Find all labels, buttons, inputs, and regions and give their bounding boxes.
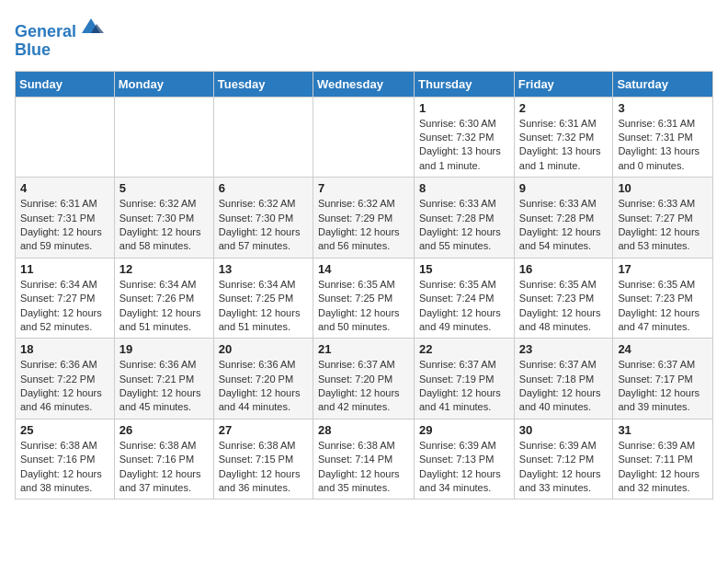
day-number: 24 bbox=[618, 342, 708, 356]
day-number: 18 bbox=[20, 342, 109, 356]
day-info: Sunrise: 6:35 AMSunset: 7:23 PMDaylight:… bbox=[618, 278, 708, 335]
day-header-wednesday: Wednesday bbox=[313, 71, 414, 97]
calendar-cell: 30Sunrise: 6:39 AMSunset: 7:12 PMDayligh… bbox=[514, 419, 613, 500]
day-number: 11 bbox=[20, 262, 109, 276]
day-info: Sunrise: 6:31 AMSunset: 7:31 PMDaylight:… bbox=[618, 117, 708, 174]
day-info: Sunrise: 6:37 AMSunset: 7:20 PMDaylight:… bbox=[318, 358, 409, 415]
calendar-cell: 10Sunrise: 6:33 AMSunset: 7:27 PMDayligh… bbox=[613, 178, 713, 259]
day-header-tuesday: Tuesday bbox=[213, 71, 313, 97]
day-info: Sunrise: 6:33 AMSunset: 7:28 PMDaylight:… bbox=[519, 197, 609, 254]
calendar-cell: 20Sunrise: 6:36 AMSunset: 7:20 PMDayligh… bbox=[213, 339, 313, 419]
day-number: 20 bbox=[219, 342, 308, 356]
calendar-cell: 29Sunrise: 6:39 AMSunset: 7:13 PMDayligh… bbox=[415, 419, 515, 500]
day-info: Sunrise: 6:38 AMSunset: 7:16 PMDaylight:… bbox=[119, 439, 209, 496]
logo: GeneralBlue bbox=[15, 15, 104, 60]
calendar-cell: 24Sunrise: 6:37 AMSunset: 7:17 PMDayligh… bbox=[613, 339, 713, 419]
day-info: Sunrise: 6:33 AMSunset: 7:28 PMDaylight:… bbox=[419, 197, 509, 254]
day-number: 17 bbox=[618, 262, 708, 276]
day-number: 16 bbox=[519, 262, 609, 276]
calendar-cell: 16Sunrise: 6:35 AMSunset: 7:23 PMDayligh… bbox=[514, 258, 613, 339]
day-number: 6 bbox=[219, 181, 308, 195]
day-info: Sunrise: 6:39 AMSunset: 7:11 PMDaylight:… bbox=[618, 439, 708, 496]
day-number: 9 bbox=[519, 181, 609, 195]
day-number: 29 bbox=[419, 423, 509, 437]
day-number: 12 bbox=[119, 262, 209, 276]
calendar-cell: 27Sunrise: 6:38 AMSunset: 7:15 PMDayligh… bbox=[213, 419, 313, 500]
calendar-cell: 1Sunrise: 6:30 AMSunset: 7:32 PMDaylight… bbox=[415, 97, 515, 178]
day-info: Sunrise: 6:36 AMSunset: 7:22 PMDaylight:… bbox=[20, 358, 109, 415]
calendar-cell: 22Sunrise: 6:37 AMSunset: 7:19 PMDayligh… bbox=[415, 339, 515, 419]
calendar-cell bbox=[16, 97, 115, 178]
day-number: 30 bbox=[519, 423, 609, 437]
calendar-cell: 26Sunrise: 6:38 AMSunset: 7:16 PMDayligh… bbox=[114, 419, 213, 500]
day-info: Sunrise: 6:39 AMSunset: 7:13 PMDaylight:… bbox=[419, 439, 509, 496]
calendar-cell: 8Sunrise: 6:33 AMSunset: 7:28 PMDaylight… bbox=[415, 178, 515, 259]
day-number: 10 bbox=[618, 181, 708, 195]
calendar-cell bbox=[313, 97, 414, 178]
day-info: Sunrise: 6:32 AMSunset: 7:30 PMDaylight:… bbox=[219, 197, 308, 254]
day-info: Sunrise: 6:37 AMSunset: 7:19 PMDaylight:… bbox=[419, 358, 509, 415]
calendar-cell: 25Sunrise: 6:38 AMSunset: 7:16 PMDayligh… bbox=[16, 419, 115, 500]
day-number: 23 bbox=[519, 342, 609, 356]
calendar-cell: 31Sunrise: 6:39 AMSunset: 7:11 PMDayligh… bbox=[613, 419, 713, 500]
day-header-monday: Monday bbox=[114, 71, 213, 97]
day-number: 7 bbox=[318, 181, 409, 195]
day-info: Sunrise: 6:31 AMSunset: 7:32 PMDaylight:… bbox=[519, 117, 609, 174]
logo-icon bbox=[78, 15, 104, 37]
day-number: 31 bbox=[618, 423, 708, 437]
calendar-table: SundayMondayTuesdayWednesdayThursdayFrid… bbox=[15, 71, 713, 500]
day-info: Sunrise: 6:38 AMSunset: 7:14 PMDaylight:… bbox=[318, 439, 409, 496]
calendar-cell: 11Sunrise: 6:34 AMSunset: 7:27 PMDayligh… bbox=[16, 258, 115, 339]
day-info: Sunrise: 6:35 AMSunset: 7:24 PMDaylight:… bbox=[419, 278, 509, 335]
day-info: Sunrise: 6:35 AMSunset: 7:23 PMDaylight:… bbox=[519, 278, 609, 335]
calendar-cell bbox=[213, 97, 313, 178]
calendar-cell: 9Sunrise: 6:33 AMSunset: 7:28 PMDaylight… bbox=[514, 178, 613, 259]
day-number: 25 bbox=[20, 423, 109, 437]
day-number: 5 bbox=[119, 181, 209, 195]
day-info: Sunrise: 6:30 AMSunset: 7:32 PMDaylight:… bbox=[419, 117, 509, 174]
day-number: 26 bbox=[119, 423, 209, 437]
day-info: Sunrise: 6:36 AMSunset: 7:20 PMDaylight:… bbox=[219, 358, 308, 415]
day-header-thursday: Thursday bbox=[415, 71, 515, 97]
day-info: Sunrise: 6:38 AMSunset: 7:16 PMDaylight:… bbox=[20, 439, 109, 496]
day-info: Sunrise: 6:38 AMSunset: 7:15 PMDaylight:… bbox=[219, 439, 308, 496]
day-info: Sunrise: 6:36 AMSunset: 7:21 PMDaylight:… bbox=[119, 358, 209, 415]
day-number: 2 bbox=[519, 101, 609, 115]
calendar-cell: 5Sunrise: 6:32 AMSunset: 7:30 PMDaylight… bbox=[114, 178, 213, 259]
calendar-cell: 19Sunrise: 6:36 AMSunset: 7:21 PMDayligh… bbox=[114, 339, 213, 419]
day-number: 1 bbox=[419, 101, 509, 115]
day-number: 28 bbox=[318, 423, 409, 437]
calendar-cell: 15Sunrise: 6:35 AMSunset: 7:24 PMDayligh… bbox=[415, 258, 515, 339]
calendar-cell: 21Sunrise: 6:37 AMSunset: 7:20 PMDayligh… bbox=[313, 339, 414, 419]
day-header-friday: Friday bbox=[514, 71, 613, 97]
day-number: 22 bbox=[419, 342, 509, 356]
calendar-cell: 23Sunrise: 6:37 AMSunset: 7:18 PMDayligh… bbox=[514, 339, 613, 419]
day-info: Sunrise: 6:34 AMSunset: 7:26 PMDaylight:… bbox=[119, 278, 209, 335]
calendar-cell: 3Sunrise: 6:31 AMSunset: 7:31 PMDaylight… bbox=[613, 97, 713, 178]
calendar-cell: 2Sunrise: 6:31 AMSunset: 7:32 PMDaylight… bbox=[514, 97, 613, 178]
calendar-cell bbox=[114, 97, 213, 178]
day-number: 27 bbox=[219, 423, 308, 437]
day-number: 19 bbox=[119, 342, 209, 356]
day-number: 8 bbox=[419, 181, 509, 195]
day-number: 13 bbox=[219, 262, 308, 276]
calendar-cell: 28Sunrise: 6:38 AMSunset: 7:14 PMDayligh… bbox=[313, 419, 414, 500]
day-info: Sunrise: 6:37 AMSunset: 7:17 PMDaylight:… bbox=[618, 358, 708, 415]
day-info: Sunrise: 6:37 AMSunset: 7:18 PMDaylight:… bbox=[519, 358, 609, 415]
calendar-cell: 4Sunrise: 6:31 AMSunset: 7:31 PMDaylight… bbox=[16, 178, 115, 259]
day-info: Sunrise: 6:33 AMSunset: 7:27 PMDaylight:… bbox=[618, 197, 708, 254]
day-info: Sunrise: 6:34 AMSunset: 7:25 PMDaylight:… bbox=[219, 278, 308, 335]
day-info: Sunrise: 6:32 AMSunset: 7:29 PMDaylight:… bbox=[318, 197, 409, 254]
calendar-cell: 14Sunrise: 6:35 AMSunset: 7:25 PMDayligh… bbox=[313, 258, 414, 339]
calendar-cell: 17Sunrise: 6:35 AMSunset: 7:23 PMDayligh… bbox=[613, 258, 713, 339]
page-header: GeneralBlue bbox=[15, 15, 713, 60]
calendar-cell: 13Sunrise: 6:34 AMSunset: 7:25 PMDayligh… bbox=[213, 258, 313, 339]
day-info: Sunrise: 6:39 AMSunset: 7:12 PMDaylight:… bbox=[519, 439, 609, 496]
calendar-cell: 18Sunrise: 6:36 AMSunset: 7:22 PMDayligh… bbox=[16, 339, 115, 419]
day-info: Sunrise: 6:32 AMSunset: 7:30 PMDaylight:… bbox=[119, 197, 209, 254]
day-header-sunday: Sunday bbox=[16, 71, 115, 97]
calendar-cell: 12Sunrise: 6:34 AMSunset: 7:26 PMDayligh… bbox=[114, 258, 213, 339]
day-number: 3 bbox=[618, 101, 708, 115]
day-info: Sunrise: 6:35 AMSunset: 7:25 PMDaylight:… bbox=[318, 278, 409, 335]
day-number: 21 bbox=[318, 342, 409, 356]
